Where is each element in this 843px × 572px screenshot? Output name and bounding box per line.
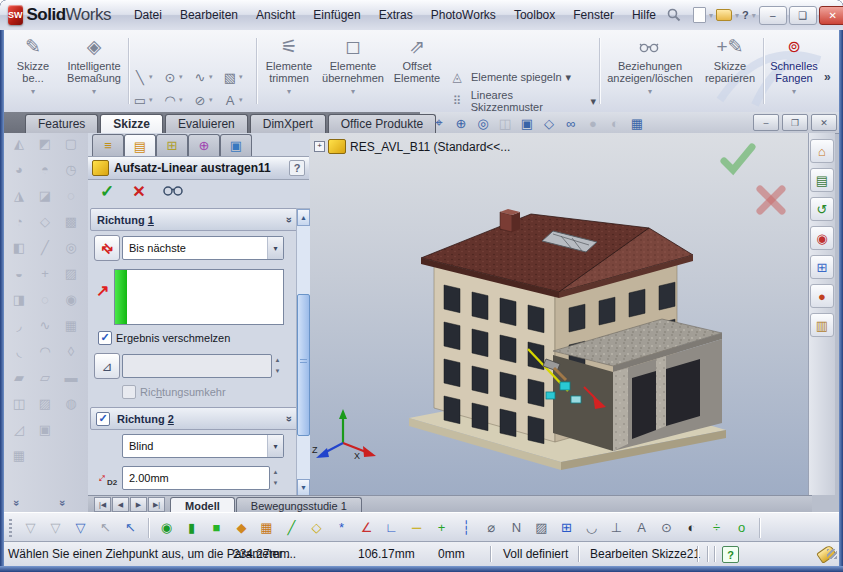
graphics-area[interactable]: X Z + RES_AVL_B11 (Standard<<... xyxy=(310,133,812,495)
circle-icon[interactable]: ⊙ xyxy=(161,68,179,86)
filter-toggle-icon[interactable]: ▽ xyxy=(20,518,41,538)
rib-icon[interactable]: ▰ xyxy=(9,367,29,387)
separator[interactable] xyxy=(759,518,760,538)
fold-icon[interactable]: ▬ xyxy=(61,367,81,387)
mirror-icon[interactable]: ◪ xyxy=(35,185,55,205)
panel-help-button[interactable]: ? xyxy=(289,160,305,176)
display-style-icon[interactable]: ◇ xyxy=(539,115,559,132)
rectangle-icon[interactable]: ▭ xyxy=(131,91,149,109)
commandmanager-tab[interactable]: DimXpert xyxy=(250,114,326,134)
filter-notes-icon[interactable]: N xyxy=(506,518,527,538)
filter-blocks-icon[interactable]: ⊞ xyxy=(556,518,577,538)
combo-dropdown-icon[interactable]: ▾ xyxy=(267,237,283,259)
help-dropdown-icon[interactable]: ▾ xyxy=(752,11,756,20)
exit-sketch-button[interactable]: ✎ Skizzebe... ▾ xyxy=(6,34,60,108)
depth-spinner[interactable]: ▲▼ xyxy=(269,466,282,488)
featuremanager-tab[interactable]: ≡ xyxy=(92,134,124,156)
commandmanager-tab[interactable]: Skizze xyxy=(100,114,163,134)
direction2-checkbox[interactable]: ✓ xyxy=(96,412,110,426)
view-orientation-icon[interactable]: ▣ xyxy=(517,115,537,132)
appearances-icon[interactable]: ● xyxy=(810,284,834,308)
coordinate-system-icon[interactable]: + xyxy=(35,263,55,283)
display-delete-relations-button[interactable]: Beziehungenanzeigen/löschen ▾ xyxy=(603,34,697,108)
direction2-group-header[interactable]: ✓ Richtung 2 « xyxy=(90,407,298,430)
propertymanager-tab[interactable]: ▤ xyxy=(124,134,156,157)
base-flange-icon[interactable]: ▢ xyxy=(61,133,81,153)
shadows-icon[interactable]: ● xyxy=(583,115,603,132)
linear-sketch-pattern-button[interactable]: ⠿ Lineares Skizzenmuster ▾ xyxy=(448,90,596,112)
doc-restore-button[interactable]: ❐ xyxy=(782,114,808,131)
wrap-icon[interactable]: ◩ xyxy=(35,133,55,153)
filter-dowel-pins-icon[interactable]: ÷ xyxy=(706,518,727,538)
mirror-entities-button[interactable]: ◬ Elemente spiegeln ▾ xyxy=(448,66,596,88)
filter-surface-bodies-icon[interactable]: ◆ xyxy=(231,518,252,538)
end-condition-combo[interactable]: Bis nächste ▾ xyxy=(122,236,284,260)
line-icon[interactable]: ╲ xyxy=(131,68,149,86)
tab-scroll-prev-icon[interactable]: ◀ xyxy=(112,497,129,512)
hide-show-items-icon[interactable]: ∞ xyxy=(561,115,581,132)
hem-icon[interactable]: ▩ xyxy=(61,211,81,231)
line-dropdown-icon[interactable]: ▾ xyxy=(149,73,157,81)
confirm-ok-icon[interactable] xyxy=(718,141,758,177)
toolbar-grip[interactable] xyxy=(9,519,12,537)
custom-properties-icon[interactable]: ▥ xyxy=(810,313,834,337)
open-document-icon[interactable] xyxy=(716,6,732,24)
reference-point-icon[interactable]: ◌ xyxy=(35,289,55,309)
ellipse-icon[interactable]: ⊘ xyxy=(191,91,209,109)
filter-datums-icon[interactable]: ⊥ xyxy=(606,518,627,538)
lofted-boss-icon[interactable]: ◔ xyxy=(9,211,29,231)
edit-scene-icon[interactable]: ▦ xyxy=(627,115,647,132)
scroll-up-icon[interactable]: ▲ xyxy=(297,209,310,226)
configurationmanager-tab[interactable]: ⊞ xyxy=(156,134,188,156)
preview-glasses-icon[interactable] xyxy=(162,184,184,198)
menu-item[interactable]: Einfügen xyxy=(304,4,369,26)
minimize-button[interactable]: – xyxy=(759,6,787,25)
zoom-fit-icon[interactable]: ⌖ xyxy=(429,115,449,132)
direction-reference-listbox[interactable] xyxy=(114,269,284,325)
confirm-cancel-icon[interactable] xyxy=(754,183,788,217)
combo-dropdown-icon[interactable]: ▾ xyxy=(267,435,283,457)
merge-result-checkbox[interactable]: ✓ xyxy=(98,331,112,345)
file-explorer-icon[interactable]: ↺ xyxy=(810,197,834,221)
filter-faces-icon[interactable]: ■ xyxy=(206,518,227,538)
motion-study-tab[interactable]: Bewegungsstudie 1 xyxy=(236,497,362,513)
edge-flange-icon[interactable]: ◷ xyxy=(61,159,81,179)
filter-axes-icon[interactable]: ╱ xyxy=(281,518,302,538)
menu-item[interactable]: Hilfe xyxy=(623,4,665,26)
doc-close-button[interactable]: ✕ xyxy=(811,114,837,131)
axis-icon[interactable]: ╱ xyxy=(35,237,55,257)
dimxpertmanager-tab[interactable]: ⊕ xyxy=(188,134,220,156)
filter-balloons-icon[interactable]: ⊙ xyxy=(656,518,677,538)
helix-icon[interactable]: ◠ xyxy=(35,341,55,361)
shell-icon[interactable]: ◫ xyxy=(9,393,29,413)
select-all-filters-icon[interactable]: ▽ xyxy=(70,518,91,538)
menu-item[interactable]: Fenster xyxy=(564,4,623,26)
filter-center-marks-icon[interactable]: + xyxy=(431,518,452,538)
circle-dropdown-icon[interactable]: ▾ xyxy=(179,73,187,81)
tab-scroll-last-icon[interactable]: ▶| xyxy=(148,497,165,512)
trim-entities-button[interactable]: ⚟ Elementetrimmen ▾ xyxy=(260,34,318,108)
linear-pattern-icon[interactable]: ▦ xyxy=(9,445,29,465)
direction1-group-header[interactable]: Richtung 1 « xyxy=(90,208,298,231)
toolbar-overflow-chevron[interactable]: » xyxy=(11,500,23,506)
knit-surface-icon[interactable]: ▨ xyxy=(35,393,55,413)
revolved-cut-icon[interactable]: ◒ xyxy=(9,263,29,283)
ellipse-dropdown-icon[interactable]: ▾ xyxy=(209,96,217,104)
section-view-icon[interactable]: ◫ xyxy=(495,115,515,132)
depth-input[interactable]: 2.00mm xyxy=(122,466,270,490)
select-box-icon[interactable]: ▧ xyxy=(221,68,239,86)
new-document-icon[interactable] xyxy=(693,6,706,24)
select-cursor-icon[interactable]: ↖ xyxy=(95,518,116,538)
revolved-boss-icon[interactable]: ◕ xyxy=(9,159,29,179)
displaymanager-tab[interactable]: ▣ xyxy=(220,134,252,156)
swept-cut-icon[interactable]: ◨ xyxy=(9,289,29,309)
menu-item[interactable]: PhotoWorks xyxy=(422,4,505,26)
text-dropdown-icon[interactable]: ▾ xyxy=(239,96,247,104)
filter-sketch-segments-icon[interactable]: ∟ xyxy=(381,518,402,538)
dome-icon[interactable]: ◓ xyxy=(35,159,55,179)
reverse-direction-button[interactable]: ⇄ xyxy=(94,235,120,261)
repair-sketch-button[interactable]: +✎ Skizzereparieren xyxy=(700,34,760,108)
thicken-icon[interactable]: ▣ xyxy=(35,419,55,439)
filter-centerlines-icon[interactable]: ┆ xyxy=(456,518,477,538)
tab-scroll-first-icon[interactable]: |◀ xyxy=(94,497,111,512)
